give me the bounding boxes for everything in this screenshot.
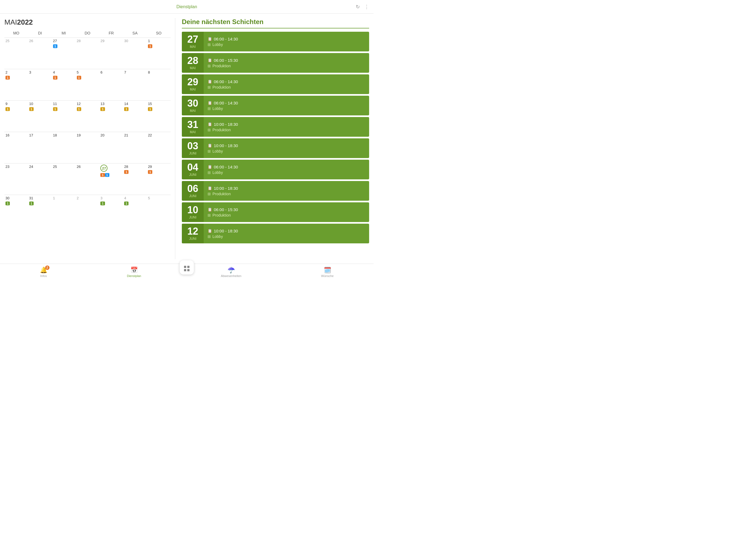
cal-day-number: 4 <box>53 70 75 74</box>
cal-cell[interactable]: 8 <box>147 69 171 100</box>
shift-info: 📋06:00 - 15:30⊞Produktion <box>204 202 369 222</box>
cal-cell[interactable]: 18 <box>52 132 76 163</box>
shift-time-row: 📋10:00 - 18:30 <box>208 122 365 127</box>
calendar-icon: 📋 <box>208 207 212 212</box>
cal-cell[interactable]: 17 <box>28 132 52 163</box>
cal-day-number: 18 <box>53 133 75 137</box>
month-label: MAI <box>4 18 17 26</box>
shift-time-row: 📋06:00 - 14:30 <box>208 101 365 105</box>
shift-date-box: 27MAI <box>182 32 204 51</box>
shift-time-text: 10:00 - 18:30 <box>214 186 238 190</box>
cal-cell[interactable]: 25 <box>4 37 28 69</box>
cal-cell[interactable]: 2711 <box>99 163 123 195</box>
shift-card[interactable]: 06JUNI📋10:00 - 18:30⊞Produktion <box>182 181 369 201</box>
shift-location-row: ⊞Produktion <box>208 64 365 68</box>
cal-cell[interactable]: 22 <box>147 132 171 163</box>
cal-cell[interactable]: 20 <box>99 132 123 163</box>
cal-cell[interactable]: 51 <box>76 69 100 100</box>
cal-cell[interactable]: 31 <box>99 195 123 226</box>
more-icon[interactable]: ⋮ <box>364 4 369 10</box>
shift-badge: 1 <box>148 44 152 48</box>
shift-card[interactable]: 10JUNI📋06:00 - 15:30⊞Produktion <box>182 202 369 222</box>
cal-day-number: 5 <box>77 70 98 74</box>
shifts-panel: Deine nächsten Schichten 27MAI📋06:00 - 1… <box>175 14 374 263</box>
cal-cell[interactable]: 6 <box>99 69 123 100</box>
cal-cell[interactable]: 21 <box>123 132 147 163</box>
shift-card[interactable]: 30MAI📋06:00 - 14:30⊞Lobby <box>182 96 369 116</box>
cal-cell[interactable]: 41 <box>123 195 147 226</box>
nav-item-wunsche[interactable]: 🗓️ Wünsche <box>321 266 334 278</box>
nav-item-abwesenheiten[interactable]: ☂️ Abwesenheiten <box>221 266 241 278</box>
cal-cell[interactable]: 131 <box>99 100 123 132</box>
cal-cell[interactable]: 121 <box>76 100 100 132</box>
cal-day-number: 26 <box>29 39 51 43</box>
cal-cell[interactable]: 101 <box>28 100 52 132</box>
nav-item-infos[interactable]: 🔔 2 Infos <box>40 266 47 278</box>
cal-cell[interactable]: 1 <box>52 195 76 226</box>
shift-card[interactable]: 28MAI📋06:00 - 15:30⊞Produktion <box>182 53 369 73</box>
cal-cell[interactable]: 26 <box>28 37 52 69</box>
cal-header-cell: SO <box>147 30 171 36</box>
shift-time-row: 📋06:00 - 15:30 <box>208 207 365 212</box>
cal-cell[interactable]: 301 <box>4 195 28 226</box>
cal-cell[interactable]: 111 <box>52 100 76 132</box>
shift-badge: 1 <box>53 76 57 80</box>
cal-cell[interactable]: 3 <box>28 69 52 100</box>
nav-label-wunsche: Wünsche <box>321 274 334 278</box>
shift-location-row: ⊞Produktion <box>208 192 365 196</box>
cal-day-number: 29 <box>100 39 122 43</box>
shift-card[interactable]: 29MAI📋06:00 - 14:30⊞Produktion <box>182 74 369 94</box>
nav-label-abwesenheiten: Abwesenheiten <box>221 274 241 278</box>
cal-cell[interactable]: 19 <box>76 132 100 163</box>
shift-date-box: 31MAI <box>182 117 204 137</box>
cal-cell[interactable]: 30 <box>123 37 147 69</box>
nav-item-dienstplan[interactable]: 📅 Dienstplan <box>127 266 141 278</box>
shift-month-label: MAI <box>190 66 196 70</box>
cal-cell[interactable]: 291 <box>147 163 171 195</box>
shift-month-label: JUNI <box>189 173 197 177</box>
shift-card[interactable]: 12JUNI📋10:00 - 18:30⊞Lobby <box>182 224 369 244</box>
shift-badge: 1 <box>77 107 81 111</box>
cal-cell[interactable]: 141 <box>123 100 147 132</box>
cal-cell[interactable]: 41 <box>52 69 76 100</box>
fab-button[interactable] <box>180 260 194 275</box>
cal-cell[interactable]: 311 <box>28 195 52 226</box>
cal-cell[interactable]: 5 <box>147 195 171 226</box>
shift-day-num: 03 <box>187 141 198 151</box>
shift-time-text: 06:00 - 14:30 <box>214 36 238 41</box>
cal-cell[interactable]: 25 <box>52 163 76 195</box>
shift-info: 📋10:00 - 18:30⊞Produktion <box>204 181 369 201</box>
shift-location-text: Lobby <box>212 170 223 175</box>
shift-day-num: 10 <box>187 205 198 215</box>
cal-cell[interactable]: 26 <box>76 163 100 195</box>
cal-day-number: 7 <box>124 70 146 74</box>
cal-cell[interactable]: 7 <box>123 69 147 100</box>
cal-day-number: 5 <box>148 196 170 200</box>
cal-cell[interactable]: 28 <box>76 37 100 69</box>
cal-header-cell: DO <box>76 30 100 36</box>
cal-cell[interactable]: 91 <box>4 100 28 132</box>
location-icon: ⊞ <box>208 234 211 239</box>
cal-cell[interactable]: 29 <box>99 37 123 69</box>
cal-cell[interactable]: 16 <box>4 132 28 163</box>
cal-cell[interactable]: 151 <box>147 100 171 132</box>
cal-cell[interactable]: 11 <box>147 37 171 69</box>
shift-time-text: 06:00 - 15:30 <box>214 58 238 62</box>
cal-cell[interactable]: 271 <box>52 37 76 69</box>
shift-info: 📋10:00 - 18:30⊞Lobby <box>204 138 369 158</box>
refresh-icon[interactable]: ↻ <box>356 4 360 10</box>
cal-cell[interactable]: 23 <box>4 163 28 195</box>
cal-cell[interactable]: 2 <box>76 195 100 226</box>
cal-cell[interactable]: 281 <box>123 163 147 195</box>
shift-card[interactable]: 27MAI📋06:00 - 14:30⊞Lobby <box>182 32 369 51</box>
shift-info: 📋06:00 - 14:30⊞Lobby <box>204 160 369 179</box>
cal-day-number: 30 <box>5 196 27 200</box>
cal-cell[interactable]: 21 <box>4 69 28 100</box>
shift-card[interactable]: 03JUNI📋10:00 - 18:30⊞Lobby <box>182 138 369 158</box>
cal-day-number: 20 <box>100 133 122 137</box>
shift-card[interactable]: 04JUNI📋06:00 - 14:30⊞Lobby <box>182 160 369 179</box>
shift-time-text: 10:00 - 18:30 <box>214 122 238 127</box>
cal-cell[interactable]: 24 <box>28 163 52 195</box>
shift-location-row: ⊞Produktion <box>208 213 365 218</box>
shift-card[interactable]: 31MAI📋10:00 - 18:30⊞Produktion <box>182 117 369 137</box>
